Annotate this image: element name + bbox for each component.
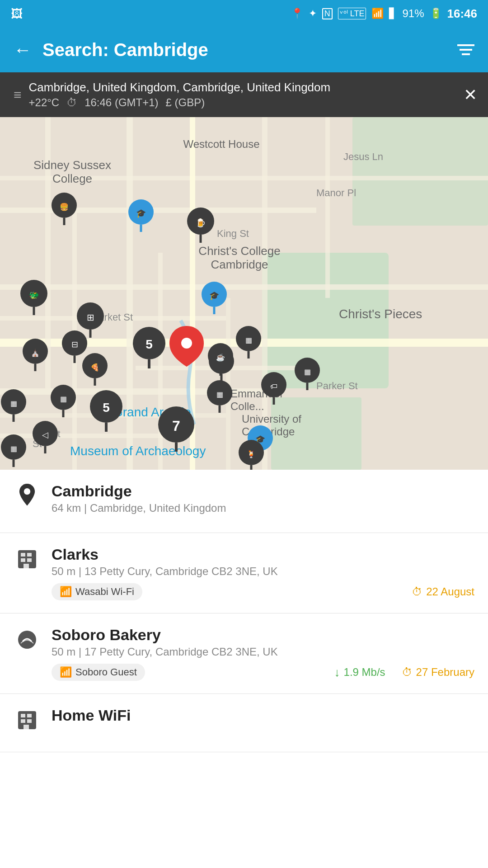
svg-text:Sidney Sussex: Sidney Sussex (33, 158, 111, 172)
svg-text:Manor Pl: Manor Pl (316, 187, 356, 198)
svg-text:⊞: ⊞ (87, 312, 94, 322)
result-name: Cambridge (52, 482, 474, 500)
svg-rect-101 (27, 719, 32, 723)
time-badge: ⏱ 22 August (412, 585, 474, 598)
result-item-homewifi[interactable]: Home WiFi (0, 694, 488, 752)
currency-display: £ (GBP) (166, 96, 205, 109)
svg-rect-91 (21, 553, 25, 557)
clock-icon: ⏱ (412, 585, 422, 598)
svg-text:Colle...: Colle... (230, 400, 264, 412)
svg-text:⊟: ⊟ (71, 340, 78, 349)
svg-text:⛪: ⛪ (31, 349, 40, 357)
result-name: Soboro Bakery (52, 626, 474, 644)
result-meta: 50 m | 13 Petty Cury, Cambridge CB2 3NE,… (52, 565, 474, 578)
signal-icon: ▋ (389, 8, 397, 19)
clock-display: 16:46 (447, 7, 478, 21)
svg-text:▦: ▦ (10, 445, 17, 453)
bluetooth-icon: ✦ (309, 8, 317, 19)
svg-rect-94 (27, 558, 32, 562)
clock-icon: ⏱ (66, 96, 77, 109)
map-area[interactable]: Sidney Sussex College Westcott House Jes… (0, 117, 488, 470)
speed-badge: ↓ 1.9 Mb/s (334, 665, 385, 679)
svg-text:7: 7 (172, 418, 180, 434)
svg-text:▦: ▦ (304, 368, 311, 376)
result-item-clarks[interactable]: Clarks 50 m | 13 Petty Cury, Cambridge C… (0, 533, 488, 613)
svg-text:Jesus Ln: Jesus Ln (343, 151, 383, 162)
building-icon2 (14, 707, 41, 734)
result-meta: 64 km | Cambridge, United Kingdom (52, 502, 474, 514)
svg-text:King St: King St (217, 228, 249, 239)
svg-text:🍹: 🍹 (247, 450, 256, 458)
svg-text:University of: University of (242, 413, 301, 425)
temperature-display: +22°C (29, 96, 60, 109)
svg-text:🎓: 🎓 (209, 291, 220, 301)
svg-text:Christ's College: Christ's College (198, 244, 280, 258)
svg-text:▦: ▦ (60, 395, 67, 403)
svg-rect-17 (325, 117, 330, 298)
svg-text:College: College (52, 172, 92, 185)
wifi-icon: 📶 (60, 666, 72, 678)
time-display: 16:46 (GMT+1) (84, 96, 158, 109)
result-meta: 50 m | 17 Petty Cury, Cambridge CB2 3NE,… (52, 646, 474, 658)
svg-text:Westcott House: Westcott House (183, 138, 260, 150)
nfc-icon: N (322, 8, 333, 19)
svg-rect-98 (21, 714, 25, 717)
svg-text:5: 5 (145, 337, 153, 351)
svg-rect-102 (23, 725, 29, 729)
svg-text:◁: ◁ (42, 430, 48, 439)
results-list: Cambridge 64 km | Cambridge, United King… (0, 470, 488, 752)
close-button[interactable]: ✕ (464, 85, 477, 104)
filter-button[interactable] (457, 44, 474, 55)
location-icon (14, 482, 41, 509)
download-icon: ↓ (334, 665, 340, 679)
wifi-status-icon: 📶 (371, 8, 384, 19)
svg-text:🐲: 🐲 (29, 290, 39, 300)
status-bar: 🖼 📍 ✦ N ᵛᵒˡ LTE 📶 ▋ 91% 🔋 16:46 (0, 0, 488, 27)
svg-rect-92 (27, 553, 32, 557)
svg-text:🍺: 🍺 (196, 218, 206, 228)
wind-icon: ≡ (14, 87, 22, 103)
svg-text:🏷: 🏷 (270, 382, 277, 390)
result-name: Clarks (52, 546, 474, 563)
building-icon (14, 546, 41, 573)
svg-rect-99 (27, 714, 32, 717)
svg-rect-95 (23, 564, 29, 568)
svg-text:🍔: 🍔 (60, 203, 69, 211)
location-status-icon: 📍 (291, 8, 303, 19)
svg-rect-100 (21, 719, 25, 723)
svg-text:Christ's Pieces: Christ's Pieces (339, 307, 422, 321)
back-button[interactable]: ← (14, 41, 32, 59)
result-name: Home WiFi (52, 707, 474, 724)
wifi-icon: 📶 (60, 586, 72, 598)
svg-text:Cambridge: Cambridge (211, 258, 268, 271)
svg-text:Parker St: Parker St (316, 380, 358, 392)
header: ← Search: Cambridge (0, 27, 488, 72)
svg-text:▦: ▦ (10, 400, 17, 407)
svg-rect-93 (21, 558, 25, 562)
svg-rect-2 (352, 117, 488, 226)
svg-point-89 (24, 488, 30, 495)
info-bar: ≡ Cambridge, United Kingdom, Cambridge, … (0, 72, 488, 117)
svg-text:▦: ▦ (245, 336, 252, 344)
svg-rect-8 (0, 434, 181, 438)
battery-icon: 🔋 (430, 8, 442, 19)
svg-text:Museum of Archaeology: Museum of Archaeology (70, 444, 206, 458)
wifi-badge: 📶 Wasabi Wi-Fi (52, 583, 142, 600)
svg-text:5: 5 (103, 401, 110, 415)
svg-rect-19 (158, 253, 163, 470)
info-location: Cambridge, United Kingdom, Cambridge, Un… (29, 80, 474, 94)
page-title: Search: Cambridge (42, 40, 446, 60)
svg-text:🍕: 🍕 (90, 363, 99, 372)
gallery-icon: 🖼 (11, 7, 23, 21)
svg-text:☕: ☕ (216, 353, 225, 362)
time-badge: ⏱ 27 February (402, 666, 474, 679)
battery-percent: 91% (402, 7, 424, 20)
wifi-badge: 📶 Soboro Guest (52, 664, 145, 681)
lte-icon: ᵛᵒˡ LTE (338, 8, 366, 19)
result-item-cambridge[interactable]: Cambridge 64 km | Cambridge, United King… (0, 470, 488, 533)
result-item-soboro[interactable]: Soboro Bakery 50 m | 17 Petty Cury, Camb… (0, 613, 488, 694)
clock-icon: ⏱ (402, 666, 413, 679)
svg-point-88 (181, 338, 192, 349)
svg-text:🎓: 🎓 (136, 208, 146, 218)
svg-text:▦: ▦ (216, 391, 223, 398)
